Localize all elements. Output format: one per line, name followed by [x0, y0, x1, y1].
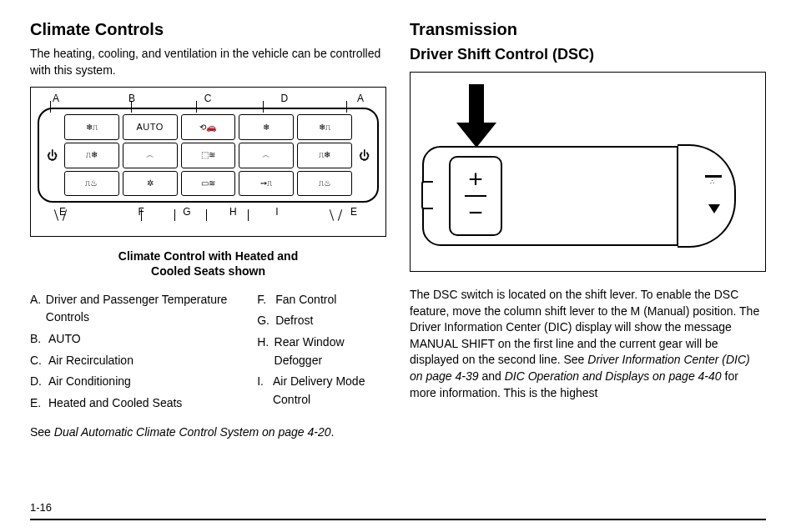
climate-heading: Climate Controls	[30, 20, 386, 39]
end-marking-dots: ∴	[710, 181, 718, 184]
end-marking	[705, 175, 722, 178]
plus-icon: +	[468, 165, 483, 193]
tick	[248, 209, 249, 221]
see-also: See Dual Automatic Climate Control Syste…	[30, 424, 386, 441]
rear-defogger-icon: ▭≋	[181, 171, 236, 197]
legend-g: Defrost	[275, 312, 313, 330]
temp-up-icon: ︿	[123, 143, 178, 168]
label-d: D	[280, 93, 288, 104]
label-a-left: A	[53, 93, 59, 104]
cooled-seat-lo-icon: ⎍❄	[297, 143, 352, 168]
legend-f: Fan Control	[275, 291, 336, 309]
dsc-switch: + −	[449, 156, 502, 236]
dsc-diagram: + − ∴	[410, 72, 766, 272]
air-mode-icon: ➙⎍	[239, 171, 294, 197]
auto-button: AUTO	[123, 114, 178, 140]
front-defrost-icon: ⬚≋	[181, 143, 236, 168]
legend: A.Driver and Passenger Temperature Contr…	[30, 291, 386, 416]
legend-a: Driver and Passenger Temperature Control…	[46, 291, 240, 327]
triangle-down-icon	[708, 204, 720, 213]
transmission-heading: Transmission	[410, 20, 766, 39]
legend-right-col: F.Fan Control G.Defrost H.Rear Window De…	[257, 291, 386, 416]
power-icon-right: ⏻	[354, 113, 375, 198]
cooled-seat-hi-icon: ❄⎍	[297, 114, 352, 140]
ac-icon: ❄	[239, 114, 294, 140]
dsc-paragraph: The DSC switch is located on the shift l…	[410, 287, 766, 401]
power-icon-left: ⏻	[41, 113, 63, 198]
climate-diagram: A B C D A ⏻ ❄⎍ ⎍❄ ⎍♨ AUTO	[30, 87, 386, 237]
fan-icon: ✲	[123, 171, 178, 197]
legend-left-col: A.Driver and Passenger Temperature Contr…	[30, 291, 240, 416]
recirculation-icon: ⟲🚗	[181, 114, 236, 140]
label-i: I	[275, 206, 278, 218]
label-c: C	[204, 93, 212, 104]
label-a-right: A	[357, 93, 364, 104]
climate-panel: ⏻ ❄⎍ ⎍❄ ⎍♨ AUTO ︿ ✲ ⟲🚗 ⬚≋ ▭≋ ❄	[38, 108, 379, 203]
legend-e: Heated and Cooled Seats	[48, 394, 182, 413]
shift-lever: + − ∴	[422, 146, 753, 246]
label-h: H	[229, 206, 237, 218]
climate-intro: The heating, cooling, and ventilation in…	[30, 46, 386, 78]
temp-up-icon: ︿	[239, 143, 294, 168]
page-number: 1-16	[30, 501, 766, 514]
tick	[141, 209, 142, 221]
diagram-top-labels: A B C D A	[38, 93, 379, 104]
tick	[206, 209, 207, 221]
page-footer: 1-16	[30, 501, 766, 520]
label-g: G	[183, 206, 190, 218]
arrow-down-icon	[457, 84, 494, 148]
legend-h: Rear Window Defogger	[275, 334, 386, 369]
legend-d: Air Conditioning	[48, 373, 131, 391]
legend-c: Air Recirculation	[48, 352, 134, 370]
legend-b: AUTO	[48, 330, 81, 349]
label-e-right: E	[350, 206, 357, 218]
diagram-bottom-labels: E F G H I E	[38, 206, 379, 218]
legend-i: Air Delivery Mode Control	[273, 373, 386, 409]
dsc-heading: Driver Shift Control (DSC)	[410, 46, 766, 63]
cooled-seat-lo-icon: ⎍❄	[64, 143, 119, 168]
minus-icon: −	[468, 198, 483, 227]
diagram-caption: Climate Control with Heated and Cooled S…	[30, 248, 386, 279]
tick	[174, 209, 175, 221]
heated-seat-icon: ⎍♨	[64, 171, 119, 197]
cooled-seat-hi-icon: ❄⎍	[64, 114, 119, 140]
heated-seat-icon: ⎍♨	[297, 171, 352, 197]
